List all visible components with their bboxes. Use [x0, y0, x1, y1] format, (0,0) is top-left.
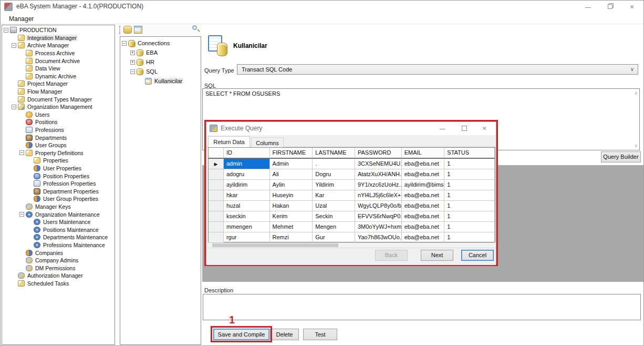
- add-query-icon[interactable]: [134, 26, 142, 34]
- row-selector[interactable]: [209, 211, 224, 222]
- grid-cell[interactable]: WgyLQLP8y0o/b...: [355, 201, 402, 211]
- column-header-lastname[interactable]: LASTNAME: [313, 148, 355, 159]
- grid-cell[interactable]: Uzal: [313, 201, 355, 211]
- tree-item-user-groups[interactable]: −User Groups: [2, 141, 115, 149]
- column-header-email[interactable]: EMAIL: [402, 148, 445, 159]
- table-row-mmengen[interactable]: mmengenMehmetMengen3M0oYyWJ+hxm...eba@eb…: [209, 222, 495, 232]
- row-selector[interactable]: [209, 180, 224, 190]
- tree-item-profession-properties[interactable]: −Profession Properties: [2, 180, 115, 188]
- collapse-icon[interactable]: −: [12, 43, 16, 48]
- grid-cell[interactable]: Dogru: [313, 169, 355, 180]
- grid-cell[interactable]: 1: [444, 211, 495, 222]
- row-selector[interactable]: [209, 169, 224, 180]
- tree-item-companies[interactable]: −Companies: [2, 249, 115, 257]
- grid-cell[interactable]: 1: [444, 180, 495, 190]
- tree-item-eba[interactable]: +EBA: [120, 48, 201, 57]
- search-icon[interactable]: [192, 25, 200, 33]
- tree-item-professions-maintenance[interactable]: −Professions Maintenance: [2, 241, 115, 249]
- column-header-firstname[interactable]: FIRSTNAME: [270, 148, 313, 159]
- grid-cell[interactable]: 1: [444, 190, 495, 201]
- grid-cell[interactable]: Gur: [313, 232, 355, 243]
- grid-cell[interactable]: huzal: [224, 201, 270, 211]
- grid-cell[interactable]: Kerim: [270, 211, 313, 222]
- query-type-select[interactable]: Transact SQL Code ∨: [237, 64, 638, 75]
- collapse-icon[interactable]: −: [122, 41, 127, 46]
- grid-cell[interactable]: mmengen: [224, 222, 270, 232]
- tree-item-user-group-properties[interactable]: −User Group Properties: [2, 195, 115, 203]
- grid-cell[interactable]: adogru: [224, 169, 270, 180]
- tree-item-process-archive[interactable]: −Process Archive: [2, 49, 115, 57]
- grid-cell[interactable]: Mengen: [313, 222, 355, 232]
- tree-item-departments-maintenance[interactable]: −Departments Maintenance: [2, 233, 115, 241]
- tree-item-authorization-manager[interactable]: −Authorization Manager: [2, 272, 115, 280]
- tree-item-document-archive[interactable]: −Document Archive: [2, 57, 115, 65]
- tree-item-integration-manager[interactable]: −Integration Manager: [2, 34, 115, 42]
- expand-icon[interactable]: +: [130, 60, 135, 65]
- close-button[interactable]: ×: [621, 1, 642, 13]
- grid-cell[interactable]: 1: [444, 201, 495, 211]
- grid-cell[interactable]: Yao7h863wOUo...: [355, 232, 402, 243]
- tree-item-scheduled-tasks[interactable]: −Scheduled Tasks: [2, 280, 115, 288]
- grid-horizontal-scrollbar[interactable]: [208, 243, 495, 248]
- grid-cell[interactable]: Huseyin: [270, 190, 313, 201]
- grid-cell[interactable]: eba@eba.net: [402, 169, 445, 180]
- grid-cell[interactable]: 1: [444, 159, 495, 169]
- query-builder-button[interactable]: Query Builder: [601, 151, 641, 162]
- tree-item-users[interactable]: −Users: [2, 111, 115, 119]
- grid-cell[interactable]: .: [313, 159, 355, 169]
- grid-cell[interactable]: Aylin: [270, 180, 313, 190]
- grid-cell[interactable]: 9Y1/xzc6zUoHz...: [355, 180, 402, 190]
- grid-cell[interactable]: eba@eba.net: [402, 190, 445, 201]
- grid-cell[interactable]: AtatzXuXH/ANH...: [355, 169, 402, 180]
- tree-item-properties[interactable]: −Properties: [2, 157, 115, 165]
- tree-item-professions[interactable]: −Professions: [2, 126, 115, 134]
- tree-item-flow-manager[interactable]: −Flow Manager: [2, 88, 115, 96]
- tab-columns[interactable]: Columns: [251, 137, 284, 147]
- tree-item-archive-manager[interactable]: −Archive Manager: [2, 42, 115, 49]
- tree-item-property-definitions[interactable]: −Property Definitions: [2, 149, 115, 157]
- grid-cell[interactable]: nYl4LJ5j6c6leX+...: [355, 190, 402, 201]
- row-selector[interactable]: ▶: [209, 159, 224, 169]
- tree-item-manager-keys[interactable]: −Manager Keys: [2, 203, 115, 211]
- grid-cell[interactable]: 3M0oYyWJ+hxm...: [355, 222, 402, 232]
- grid-cell[interactable]: ayildirim: [224, 180, 270, 190]
- collapse-icon[interactable]: −: [130, 69, 135, 74]
- tree-item-dm-permissions[interactable]: −DM Permissions: [2, 264, 115, 272]
- grid-cell[interactable]: Hakan: [270, 201, 313, 211]
- table-row-adogru[interactable]: adogruAliDogruAtatzXuXH/ANH...eba@eba.ne…: [209, 169, 495, 180]
- tree-item-company-admins[interactable]: −Company Admins: [2, 257, 115, 264]
- grid-cell[interactable]: hkar: [224, 190, 270, 201]
- grid-cell[interactable]: 3CXSeNEMU4U...: [355, 159, 402, 169]
- tree-item-position-properties[interactable]: −Position Properties: [2, 172, 115, 180]
- add-connection-icon[interactable]: [123, 26, 132, 34]
- tab-return-data[interactable]: Return Data: [208, 136, 250, 147]
- cancel-button[interactable]: Cancel: [461, 250, 494, 261]
- row-selector[interactable]: [209, 222, 224, 232]
- tree-item-production[interactable]: −PRODUCTION: [2, 26, 115, 34]
- grid-cell[interactable]: 1: [444, 222, 495, 232]
- table-row-hkar[interactable]: hkarHuseyinKarnYl4LJ5j6c6leX+...eba@eba.…: [209, 190, 495, 201]
- tree-item-departments[interactable]: −Departments: [2, 134, 115, 141]
- menu-manager[interactable]: Manager: [7, 15, 36, 23]
- grid-cell[interactable]: eba@eba.net: [402, 201, 445, 211]
- tree-item-sql[interactable]: −SQL: [120, 67, 201, 76]
- dialog-minimize-button[interactable]: [434, 122, 450, 135]
- tree-item-positions[interactable]: −Positions: [2, 118, 115, 126]
- scroll-up-icon[interactable]: ∧: [634, 90, 638, 96]
- collapse-icon[interactable]: −: [4, 28, 8, 33]
- table-row-kseckin[interactable]: kseckinKerimSeckinEFVVS6rNwqP0...eba@eba…: [209, 211, 495, 222]
- grid-cell[interactable]: EFVVS6rNwqP0...: [355, 211, 402, 222]
- collapse-icon[interactable]: −: [19, 212, 24, 217]
- tree-item-dynamic-archive[interactable]: −Dynamic Archive: [2, 73, 115, 80]
- column-header-id[interactable]: ID: [224, 148, 270, 159]
- grid-cell[interactable]: kseckin: [224, 211, 270, 222]
- dialog-maximize-button[interactable]: [456, 122, 472, 135]
- scroll-down-icon[interactable]: ∨: [634, 143, 638, 148]
- column-header-status[interactable]: STATUS: [444, 148, 495, 159]
- grid-cell[interactable]: eba@eba.net: [402, 222, 445, 232]
- tree-item-data-view[interactable]: −Data View: [2, 65, 115, 73]
- tree-item-project-manager[interactable]: −Project Manager: [2, 80, 115, 88]
- row-selector[interactable]: [209, 201, 224, 211]
- grid-cell[interactable]: Yildirim: [313, 180, 355, 190]
- grid-cell[interactable]: eba@eba.net: [402, 232, 445, 243]
